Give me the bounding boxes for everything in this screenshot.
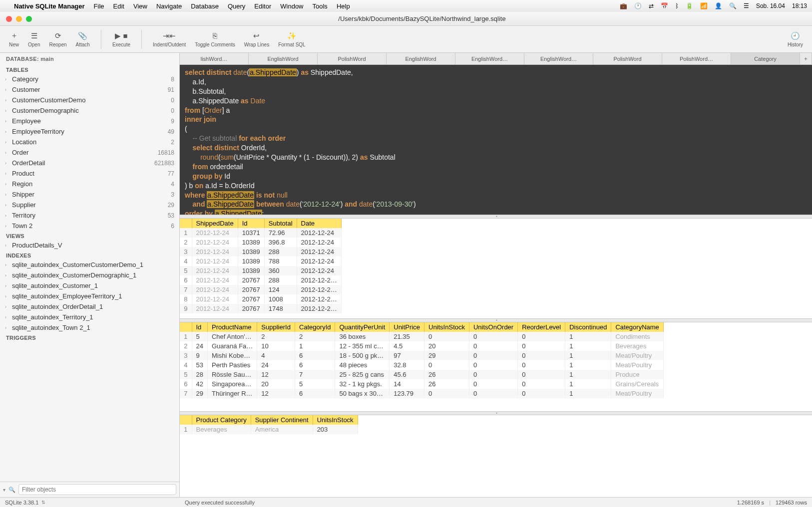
splitter-2[interactable] xyxy=(180,318,812,322)
wifi-icon[interactable]: 📶 xyxy=(700,2,708,9)
column-header[interactable]: ShippedDate xyxy=(192,219,238,228)
dropdown-icon[interactable]: ▾ xyxy=(3,487,5,493)
table-row[interactable]: 224Guaraná Fa…10112 - 355 ml c…4.520001B… xyxy=(180,341,663,351)
column-header[interactable]: CategoryId xyxy=(295,322,335,332)
bluetooth-icon[interactable]: ᛒ xyxy=(675,2,679,9)
menu-view[interactable]: View xyxy=(133,2,147,10)
table-row[interactable]: 1BeveragesAmerica203 xyxy=(180,425,358,434)
open-button[interactable]: ☰Open xyxy=(25,30,43,48)
results-grid-3[interactable]: Product CategorySupplier ContinentUnitsI… xyxy=(180,415,812,440)
column-header[interactable]: UnitsInStock xyxy=(313,415,358,425)
column-header[interactable]: ProductName xyxy=(207,322,257,332)
table-row[interactable]: 12012-12-241037172.962012-12-24 xyxy=(180,228,341,238)
attach-button[interactable]: 📎Attach xyxy=(73,30,93,48)
table-row[interactable]: 92012-12-242076717482012-12-2… xyxy=(180,304,341,313)
table-row[interactable]: 642Singaporea…20532 - 1 kg pkgs.1426001G… xyxy=(180,379,663,389)
close-icon[interactable] xyxy=(6,16,12,22)
account-icon[interactable]: 👤 xyxy=(715,2,722,9)
tab-6[interactable]: PolishWord xyxy=(593,53,662,64)
table-row[interactable]: 72012-12-24207671242012-12-2… xyxy=(180,285,341,294)
version-stepper-icon[interactable]: ⇅ xyxy=(41,500,45,505)
app-name[interactable]: Native SQLite Manager xyxy=(14,2,85,10)
format-sql-button[interactable]: ✨Format SQL xyxy=(275,30,308,48)
tab-3[interactable]: EnglishWord xyxy=(387,53,455,64)
table-item[interactable]: ›CustomerDemographic0 xyxy=(0,105,179,116)
table-item[interactable]: ›Town 26 xyxy=(0,221,179,231)
minimize-icon[interactable] xyxy=(16,16,22,22)
menubar-time[interactable]: 18:13 xyxy=(792,2,807,9)
column-header[interactable]: Subtotal xyxy=(264,219,297,228)
results-grid-1[interactable]: ShippedDateIdSubtotalDate12012-12-241037… xyxy=(180,219,812,318)
table-row[interactable]: 32012-12-24103892882012-12-24 xyxy=(180,247,341,256)
view-item[interactable]: ›ProductDetails_V xyxy=(0,240,179,251)
sqlite-version[interactable]: SQLite 3.38.1 xyxy=(5,500,38,506)
column-header[interactable] xyxy=(180,415,192,425)
table-item[interactable]: ›EmployeeTerritory49 xyxy=(0,126,179,137)
column-header[interactable]: QuantityPerUnit xyxy=(335,322,390,332)
menu-edit[interactable]: Edit xyxy=(113,2,124,10)
column-header[interactable] xyxy=(180,219,192,228)
tab-8[interactable]: Category xyxy=(731,53,800,64)
table-row[interactable]: 22012-12-2410389396.82012-12-24 xyxy=(180,238,341,247)
table-item[interactable]: ›Employee9 xyxy=(0,116,179,126)
results-grid-2[interactable]: IdProductNameSupplierIdCategoryIdQuantit… xyxy=(180,322,812,411)
menu-file[interactable]: File xyxy=(94,2,104,10)
column-header[interactable]: Id xyxy=(238,219,264,228)
table-item[interactable]: ›Customer91 xyxy=(0,84,179,95)
menu-query[interactable]: Query xyxy=(228,2,245,10)
column-header[interactable]: UnitPrice xyxy=(390,322,424,332)
table-item[interactable]: ›Location2 xyxy=(0,137,179,147)
table-row[interactable]: 62012-12-24207672882012-12-2… xyxy=(180,275,341,285)
table-row[interactable]: 453Perth Pasties24648 pieces32.80001Meat… xyxy=(180,360,663,370)
index-item[interactable]: ›sqlite_autoindex_EmployeeTerritory_1 xyxy=(0,291,179,301)
table-item[interactable]: ›CustomerCustomerDemo0 xyxy=(0,95,179,105)
column-header[interactable]: Product Category xyxy=(192,415,251,425)
reopen-button[interactable]: ⟳Reopen xyxy=(46,30,69,48)
splitter-1[interactable] xyxy=(180,215,812,219)
tab-5[interactable]: EnglishWord… xyxy=(524,53,593,64)
filter-input[interactable] xyxy=(18,484,176,495)
zoom-icon[interactable] xyxy=(26,16,32,22)
table-item[interactable]: ›Supplier29 xyxy=(0,200,179,210)
tab-1[interactable]: EnglishWord xyxy=(249,53,318,64)
menu-help[interactable]: Help xyxy=(337,2,350,10)
execute-button[interactable]: ▶■ Execute xyxy=(109,30,133,48)
column-header[interactable] xyxy=(180,322,192,332)
column-header[interactable]: ReorderLevel xyxy=(518,322,565,332)
indent-button[interactable]: ⇥⇤Indent/Outdent xyxy=(150,30,189,48)
index-item[interactable]: ›sqlite_autoindex_CustomerCustomerDemo_1 xyxy=(0,259,179,270)
index-item[interactable]: ›sqlite_autoindex_Territory_1 xyxy=(0,312,179,322)
index-item[interactable]: ›sqlite_autoindex_OrderDetail_1 xyxy=(0,301,179,312)
calendar-icon[interactable]: 📅 xyxy=(661,2,668,9)
menu-navigate[interactable]: Navigate xyxy=(156,2,182,10)
index-item[interactable]: ›sqlite_autoindex_Customer_1 xyxy=(0,280,179,291)
table-row[interactable]: 52012-12-24103893602012-12-24 xyxy=(180,266,341,275)
index-item[interactable]: ›sqlite_autoindex_CustomerDemographic_1 xyxy=(0,270,179,280)
table-row[interactable]: 39Mishi Kobe…4618 - 500 g pk…9729001Meat… xyxy=(180,351,663,360)
table-item[interactable]: ›Region4 xyxy=(0,179,179,189)
battery-icon[interactable]: 🔋 xyxy=(686,2,693,9)
tab-2[interactable]: PolishWord xyxy=(318,53,387,64)
table-item[interactable]: ›Category8 xyxy=(0,74,179,84)
table-item[interactable]: ›Territory53 xyxy=(0,210,179,221)
sync-off-icon[interactable]: ⇄ xyxy=(649,2,654,9)
table-item[interactable]: ›Order16818 xyxy=(0,147,179,158)
table-item[interactable]: ›OrderDetail621883 xyxy=(0,158,179,168)
tab-0[interactable]: lishWord… xyxy=(180,53,249,64)
column-header[interactable]: UnitsOnOrder xyxy=(469,322,517,332)
menubar-date[interactable]: Sob. 16.04 xyxy=(756,2,785,9)
column-header[interactable]: Id xyxy=(192,322,207,332)
column-header[interactable]: SupplierId xyxy=(257,322,295,332)
spotlight-icon[interactable]: 🔍 xyxy=(729,2,737,9)
table-row[interactable]: 42012-12-24103897882012-12-24 xyxy=(180,256,341,266)
control-center-icon[interactable]: ☰ xyxy=(744,2,749,9)
new-button[interactable]: ＋New xyxy=(6,30,22,48)
tab-4[interactable]: EnglishWord… xyxy=(455,53,524,64)
tab-7[interactable]: PolishWord… xyxy=(662,53,731,64)
menu-editor[interactable]: Editor xyxy=(254,2,271,10)
sql-editor[interactable]: select distinct date(a.ShippedDate) as S… xyxy=(180,65,812,215)
menu-database[interactable]: Database xyxy=(191,2,219,10)
column-header[interactable]: Date xyxy=(297,219,341,228)
index-item[interactable]: ›sqlite_autoindex_Town 2_1 xyxy=(0,322,179,333)
history-button[interactable]: 🕘History xyxy=(785,30,806,48)
